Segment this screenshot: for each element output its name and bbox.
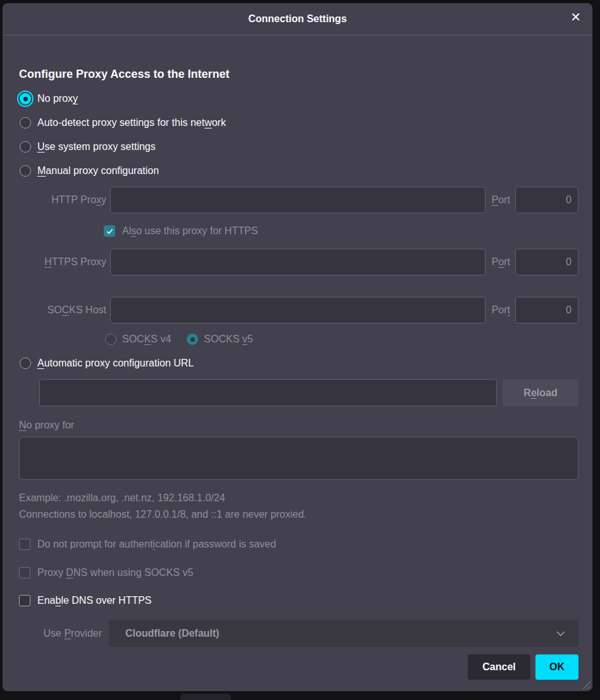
proxy-dns-socks5-label[interactable]: Proxy DNS when using SOCKS v5 bbox=[37, 567, 193, 578]
manual-proxy-radio[interactable] bbox=[20, 165, 31, 177]
socks-v5-option: SOCKS v5 bbox=[186, 334, 253, 345]
socks-host-input[interactable] bbox=[110, 297, 485, 323]
no-proxy-for-label: No proxy for bbox=[19, 420, 578, 431]
https-proxy-row: HTTPS Proxy Port bbox=[19, 249, 578, 275]
http-proxy-input[interactable] bbox=[110, 187, 485, 213]
https-port-label: Port bbox=[492, 256, 510, 268]
use-provider-label: Use Provider bbox=[19, 628, 102, 639]
also-https-label[interactable]: Also use this proxy for HTTPS bbox=[122, 225, 258, 237]
background-window-element bbox=[180, 694, 231, 700]
also-https-checkbox[interactable] bbox=[104, 225, 115, 237]
http-proxy-label: HTTP Proxy bbox=[19, 194, 106, 206]
close-icon[interactable]: ✕ bbox=[570, 11, 581, 23]
auto-url-radio[interactable] bbox=[20, 358, 31, 369]
radio-dot bbox=[191, 337, 195, 342]
proxy-mode-radio-group: No proxy Auto-detect proxy settings for … bbox=[19, 90, 578, 180]
screen-background: Connection Settings ✕ Configure Proxy Ac… bbox=[0, 0, 600, 700]
proxy-dns-socks5-checkbox[interactable] bbox=[19, 567, 30, 578]
no-prompt-auth-row: Do not prompt for authentication if pass… bbox=[19, 539, 578, 550]
doh-provider-row: Use Provider Cloudflare (Default) bbox=[19, 620, 578, 647]
https-proxy-label: HTTPS Proxy bbox=[19, 256, 106, 268]
provider-selected-value: Cloudflare (Default) bbox=[125, 628, 219, 639]
socks-host-row: SOCKS Host Port bbox=[19, 297, 578, 323]
auto-detect-radio-label[interactable]: Auto-detect proxy settings for this netw… bbox=[37, 117, 226, 128]
radio-dot bbox=[23, 97, 28, 101]
provider-select[interactable]: Cloudflare (Default) bbox=[109, 620, 578, 647]
proxy-dns-socks5-row: Proxy DNS when using SOCKS v5 bbox=[19, 567, 578, 578]
system-proxy-radio[interactable] bbox=[20, 141, 31, 153]
resize-grip[interactable] bbox=[581, 680, 591, 689]
dialog-body: Configure Proxy Access to the Internet N… bbox=[3, 67, 592, 680]
chevron-down-icon bbox=[556, 630, 566, 637]
page-title: Configure Proxy Access to the Internet bbox=[19, 67, 578, 81]
dialog-title: Connection Settings bbox=[248, 13, 347, 25]
cancel-button[interactable]: Cancel bbox=[468, 654, 530, 680]
enable-doh-checkbox[interactable] bbox=[19, 595, 30, 606]
ok-button[interactable]: OK bbox=[535, 654, 578, 680]
no-prompt-auth-checkbox[interactable] bbox=[19, 539, 30, 550]
enable-doh-label[interactable]: Enable DNS over HTTPS bbox=[37, 595, 152, 606]
also-https-row: Also use this proxy for HTTPS bbox=[104, 225, 578, 237]
socks-v4-label[interactable]: SOCKS v4 bbox=[122, 334, 171, 345]
auto-url-row: Reload bbox=[19, 379, 578, 406]
socks-version-row: SOCKS v4 SOCKS v5 bbox=[104, 334, 578, 345]
socks-port-label: Port bbox=[492, 304, 510, 316]
no-proxy-radio[interactable] bbox=[20, 93, 31, 104]
radio-row-manual-proxy: Manual proxy configuration bbox=[19, 162, 578, 180]
socks-host-label: SOCKS Host bbox=[19, 304, 106, 316]
localhost-note-text: Connections to localhost, 127.0.0.1/8, a… bbox=[19, 508, 578, 521]
socks-port-input[interactable] bbox=[515, 297, 578, 323]
dialog-action-buttons: Cancel OK bbox=[19, 654, 578, 680]
auto-detect-radio[interactable] bbox=[20, 117, 31, 128]
radio-row-auto-detect: Auto-detect proxy settings for this netw… bbox=[19, 114, 578, 132]
https-port-input[interactable] bbox=[515, 249, 578, 275]
dialog-titlebar: Connection Settings ✕ bbox=[3, 3, 592, 35]
manual-proxy-radio-label[interactable]: Manual proxy configuration bbox=[37, 165, 159, 177]
no-proxy-example-text: Example: .mozilla.org, .net.nz, 192.168.… bbox=[19, 492, 578, 504]
auto-url-input[interactable] bbox=[39, 379, 497, 406]
enable-doh-row: Enable DNS over HTTPS bbox=[19, 595, 578, 606]
socks-v5-radio[interactable] bbox=[187, 334, 198, 345]
no-proxy-radio-label[interactable]: No proxy bbox=[37, 93, 78, 104]
reload-button[interactable]: Reload bbox=[503, 379, 578, 406]
socks-v4-option: SOCKS v4 bbox=[104, 334, 171, 345]
http-port-label: Port bbox=[492, 194, 510, 206]
auto-url-radio-label[interactable]: Automatic proxy configuration URL bbox=[37, 358, 194, 369]
no-prompt-auth-label[interactable]: Do not prompt for authentication if pass… bbox=[37, 539, 276, 550]
no-proxy-for-textarea[interactable] bbox=[19, 437, 578, 480]
connection-settings-dialog: Connection Settings ✕ Configure Proxy Ac… bbox=[3, 3, 592, 691]
socks-v4-radio[interactable] bbox=[105, 334, 116, 345]
http-proxy-row: HTTP Proxy Port bbox=[19, 187, 578, 213]
http-port-input[interactable] bbox=[515, 187, 578, 213]
radio-row-auto-url: Automatic proxy configuration URL bbox=[19, 354, 578, 372]
socks-v5-label[interactable]: SOCKS v5 bbox=[204, 334, 253, 345]
radio-row-no-proxy: No proxy bbox=[19, 90, 578, 108]
checkmark-icon bbox=[106, 227, 114, 235]
system-proxy-radio-label[interactable]: Use system proxy settings bbox=[37, 141, 156, 153]
https-proxy-input[interactable] bbox=[110, 249, 485, 275]
radio-row-system-proxy: Use system proxy settings bbox=[19, 138, 578, 156]
